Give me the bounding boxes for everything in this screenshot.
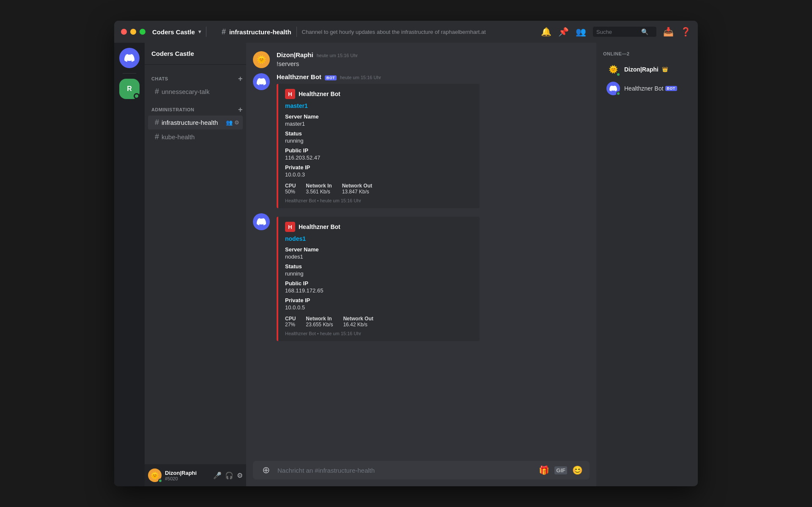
- mic-icon[interactable]: 🎤: [213, 471, 222, 479]
- gif-icon[interactable]: GIF: [554, 466, 567, 474]
- message-group-bot2: H Healthzner Bot nodes1 Server Name node…: [246, 212, 596, 343]
- embed-title-nodes1: nodes1: [285, 235, 473, 242]
- channel-description: Channel to get hourly updates about the …: [302, 29, 486, 35]
- main-layout: R Coders Castle Chats + # unnessecary-ta…: [114, 43, 698, 486]
- channel-name: unnessecary-talk: [162, 88, 209, 95]
- headphones-icon[interactable]: 🎧: [225, 471, 233, 479]
- embed-field-private-ip2: Private IP 10.0.0.5: [285, 297, 473, 311]
- member-avatar-bot: [606, 82, 620, 95]
- embed-title-master1: master1: [285, 102, 473, 109]
- message-text: !servers: [277, 60, 590, 67]
- embed-field-public-ip: Public IP 116.203.52.47: [285, 147, 473, 161]
- user-name: Dizon|Raphi: [165, 470, 210, 476]
- channel-header: # infrastructure-health: [222, 28, 291, 36]
- help-icon[interactable]: ❓: [680, 27, 691, 37]
- bot-message-header: Healthzner Bot BOT heute um 15:16 Uhr: [277, 73, 590, 80]
- divider: [206, 27, 206, 37]
- search-bar[interactable]: 🔍: [593, 27, 656, 37]
- embed-metric-cpu2: CPU 27%: [285, 316, 296, 328]
- chevron-down-icon: ▾: [198, 29, 201, 35]
- message-group-bot1: Healthzner Bot BOT heute um 15:16 Uhr H …: [246, 72, 596, 210]
- search-icon: 🔍: [641, 28, 648, 35]
- embed-field-server-name2: Server Name nodes1: [285, 246, 473, 260]
- hash-icon3: #: [155, 132, 159, 141]
- server-name-header[interactable]: Coders Castle ▾: [152, 28, 201, 36]
- bot-message-time: heute um 15:16 Uhr: [340, 75, 381, 80]
- title-bar: Coders Castle ▾ # infrastructure-health …: [114, 21, 698, 43]
- bot-badge: BOT: [325, 75, 337, 80]
- admin-label: Administration: [151, 107, 195, 112]
- channel-name-active: infrastructure-health: [162, 119, 218, 126]
- channel-name-kube: kube-health: [162, 133, 195, 141]
- traffic-lights: [121, 29, 145, 35]
- member-status-online: [616, 72, 620, 77]
- discord-home-icon[interactable]: [119, 48, 140, 68]
- close-button[interactable]: [121, 29, 127, 35]
- members-sidebar: ONLINE—2 🌞 Dizon|Raphi 👑 He: [596, 43, 698, 486]
- embed-footer-master1: Healthzner Bot • heute um 15:16 Uhr: [285, 198, 473, 203]
- server-name-label: Coders Castle: [152, 28, 195, 36]
- message-group-user: 🌞 Dizon|Raphi heute um 15:16 Uhr !server…: [246, 50, 596, 70]
- server-online-dot: [134, 93, 140, 99]
- hash-icon2: #: [155, 118, 159, 127]
- message-input[interactable]: [277, 461, 534, 479]
- channel-action-icons: 👥 ⚙: [226, 119, 239, 126]
- emoji-icon[interactable]: 😊: [572, 465, 583, 475]
- inbox-icon[interactable]: 📥: [663, 27, 674, 37]
- message-header: Dizon|Raphi heute um 15:16 Uhr: [277, 51, 590, 58]
- embed-author-icon: H: [285, 89, 295, 99]
- message-input-container: ⊕ 🎁 GIF 😊: [246, 461, 596, 486]
- members-icon[interactable]: 👥: [576, 27, 586, 37]
- embed-metric-network-out2: Network Out 16.42 Kb/s: [343, 316, 373, 328]
- user-message-content: Dizon|Raphi heute um 15:16 Uhr !servers: [277, 51, 590, 68]
- bell-icon[interactable]: 🔔: [541, 27, 551, 37]
- messages-container: 🌞 Dizon|Raphi heute um 15:16 Uhr !server…: [246, 43, 596, 461]
- crown-icon: 👑: [662, 66, 668, 72]
- member-item-dizon[interactable]: 🌞 Dizon|Raphi 👑: [600, 60, 694, 79]
- member-icon[interactable]: 👥: [226, 119, 233, 126]
- gift-icon[interactable]: 🎁: [539, 465, 549, 475]
- maximize-button[interactable]: [140, 29, 145, 35]
- bot-author-name: Healthzner Bot: [277, 73, 321, 80]
- chat-area: 🌞 Dizon|Raphi heute um 15:16 Uhr !server…: [246, 43, 596, 486]
- sidebar-server-name[interactable]: Coders Castle: [145, 43, 246, 65]
- user-message-avatar: 🌞: [253, 51, 270, 68]
- channel-item-infrastructure-health[interactable]: # infrastructure-health 👥 ⚙: [148, 116, 243, 130]
- embed-author-name: Healthzner Bot: [299, 91, 340, 97]
- embed-author: H Healthzner Bot: [285, 89, 473, 99]
- user-section: 🌞 Dizon|Raphi #5020 🎤 🎧 ⚙: [145, 464, 246, 486]
- add-admin-icon[interactable]: +: [238, 106, 243, 113]
- bot-message-avatar: [253, 73, 270, 90]
- add-chat-icon[interactable]: +: [238, 75, 243, 83]
- search-input[interactable]: [596, 29, 639, 35]
- embed-metric-network-in: Network In 3.561 Kb/s: [306, 183, 332, 195]
- embed-card-nodes1: H Healthzner Bot nodes1 Server Name node…: [277, 217, 480, 341]
- user-avatar: 🌞: [148, 468, 162, 482]
- chats-category: Chats +: [145, 68, 246, 84]
- settings-icon[interactable]: ⚙: [234, 119, 239, 126]
- sidebar-icons: R: [114, 43, 145, 486]
- minimize-button[interactable]: [130, 29, 136, 35]
- channel-name-label: infrastructure-health: [229, 28, 291, 36]
- sidebar-server-label: Coders Castle: [151, 50, 194, 57]
- bot2-message-avatar: [253, 213, 270, 230]
- embed-author-icon2: H: [285, 222, 295, 232]
- add-attachment-button[interactable]: ⊕: [260, 461, 272, 479]
- embed-field-private-ip: Private IP 10.0.0.3: [285, 164, 473, 178]
- channel-list: Chats + # unnessecary-talk Administratio…: [145, 65, 246, 464]
- embed-metric-network-out: Network Out 13.847 Kb/s: [342, 183, 372, 195]
- title-bar-actions: 🔔 📌 👥 🔍 📥 ❓: [541, 27, 691, 37]
- member-avatar-dizon: 🌞: [606, 63, 620, 76]
- settings-icon[interactable]: ⚙: [237, 471, 243, 479]
- channel-item-unnessecary-talk[interactable]: # unnessecary-talk: [148, 85, 243, 99]
- server-icon[interactable]: R: [119, 79, 140, 99]
- channel-hash-icon: #: [222, 28, 226, 36]
- user-info: Dizon|Raphi #5020: [165, 470, 210, 481]
- pin-icon[interactable]: 📌: [558, 27, 569, 37]
- member-name-dizon: Dizon|Raphi: [624, 66, 658, 73]
- channel-item-kube-health[interactable]: # kube-health: [148, 130, 243, 144]
- chats-label: Chats: [151, 76, 168, 81]
- embed-field-server-name: Server Name master1: [285, 113, 473, 127]
- embed-metric-network-in2: Network In 23.655 Kb/s: [306, 316, 333, 328]
- member-item-bot[interactable]: Healthzner Bot BOT: [600, 79, 694, 98]
